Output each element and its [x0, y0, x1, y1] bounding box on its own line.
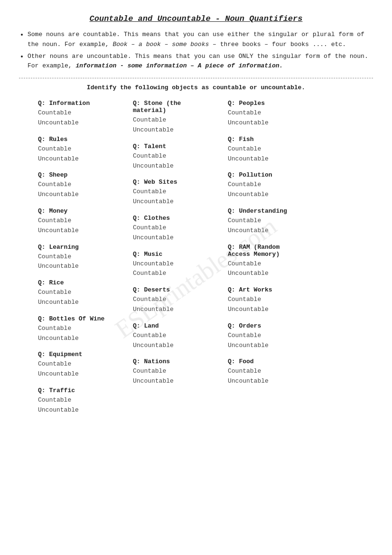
divider: [19, 78, 373, 78]
question-label: Q: Web Sites: [133, 179, 223, 186]
question-label: Q: Learning: [38, 244, 128, 251]
list-item: Q: Music Uncountable Countable: [133, 251, 228, 279]
uncountable-option: Uncountable: [133, 259, 223, 269]
uncountable-option: Uncountable: [228, 226, 318, 236]
question-label: Q: Nations: [133, 358, 223, 365]
list-item: Q: Sheep Countable Uncountable: [38, 171, 133, 200]
uncountable-option: Uncountable: [133, 305, 223, 315]
uncountable-option: Uncountable: [38, 118, 128, 128]
uncountable-option: Uncountable: [228, 269, 318, 279]
question-label: Q: Orders: [228, 322, 318, 329]
list-item: Q: Traffic Countable Uncountable: [38, 387, 133, 415]
list-item: Q: Orders Countable Uncountable: [228, 322, 323, 351]
question-label: Q: Deserts: [133, 286, 223, 293]
list-item: Q: Rules Countable Uncountable: [38, 136, 133, 164]
list-item: Q: Land Countable Uncountable: [133, 322, 228, 351]
question-label: Q: Sheep: [38, 171, 128, 179]
countable-option: Countable: [38, 108, 128, 118]
countable-option: Countable: [38, 216, 128, 226]
countable-option: Countable: [133, 295, 223, 305]
countable-option: Countable: [38, 359, 128, 369]
countable-option: Countable: [133, 367, 223, 376]
countable-option: Countable: [228, 180, 318, 190]
uncountable-option: Uncountable: [38, 226, 128, 236]
countable-option: Countable: [228, 216, 318, 226]
countable-option: Countable: [38, 324, 128, 334]
uncountable-option: Uncountable: [133, 161, 223, 171]
list-item: Q: Pollution Countable Uncountable: [228, 171, 323, 200]
uncountable-option: Uncountable: [133, 341, 223, 351]
countable-option: Countable: [228, 295, 318, 305]
list-item: Q: Talent Countable Uncountable: [133, 143, 228, 171]
list-item: Q: Deserts Countable Uncountable: [133, 286, 228, 315]
uncountable-option: Uncountable: [133, 125, 223, 135]
list-item: Q: Fish Countable Uncountable: [228, 136, 323, 164]
question-label: Q: Traffic: [38, 387, 128, 394]
uncountable-option: Uncountable: [228, 190, 318, 200]
question-label: Q: Stone (thematerial): [133, 100, 223, 114]
column-1: Q: Information Countable Uncountable Q: …: [38, 100, 133, 423]
list-item: Q: Art Works Countable Uncountable: [228, 286, 323, 315]
question-label: Q: Information: [38, 100, 128, 107]
instructions: Identify the following objects as counta…: [19, 84, 373, 91]
uncountable-option: Uncountable: [38, 262, 128, 272]
question-label: Q: RAM (RandomAccess Memory): [228, 244, 318, 258]
countable-option: Countable: [133, 187, 223, 197]
page-title: Countable and Uncountable - Noun Quantif…: [19, 14, 373, 23]
list-item: Q: Nations Countable Uncountable: [133, 358, 228, 386]
countable-option: Countable: [38, 252, 128, 262]
intro-bullet-1: Some nouns are countable. This means tha…: [28, 30, 373, 50]
uncountable-option: Uncountable: [228, 305, 318, 315]
intro-bullet-2: Other nouns are uncountable. This means …: [28, 52, 373, 72]
list-item: Q: Food Countable Uncountable: [228, 358, 323, 386]
column-3: Q: Peoples Countable Uncountable Q: Fish…: [228, 100, 323, 423]
countable-option: Countable: [38, 180, 128, 190]
questions-grid: Q: Information Countable Uncountable Q: …: [38, 100, 373, 423]
list-item: Q: Information Countable Uncountable: [38, 100, 133, 128]
question-label: Q: Rules: [38, 136, 128, 143]
uncountable-option: Uncountable: [228, 154, 318, 164]
list-item: Q: Learning Countable Uncountable: [38, 244, 133, 272]
countable-option: Countable: [133, 115, 223, 125]
uncountable-option: Uncountable: [38, 154, 128, 164]
countable-option: Countable: [38, 144, 128, 154]
countable-option: Countable: [133, 151, 223, 161]
countable-option: Countable: [228, 144, 318, 154]
countable-option: Countable: [228, 367, 318, 376]
question-label: Q: Clothes: [133, 215, 223, 222]
list-item: Q: Equipment Countable Uncountable: [38, 351, 133, 379]
uncountable-option: Uncountable: [38, 405, 128, 415]
countable-option: Countable: [228, 259, 318, 269]
list-item: Q: Peoples Countable Uncountable: [228, 100, 323, 128]
question-label: Q: Understanding: [228, 207, 318, 215]
uncountable-option: Uncountable: [228, 341, 318, 351]
question-label: Q: Fish: [228, 136, 318, 143]
list-item: Q: Stone (thematerial) Countable Uncount…: [133, 100, 228, 135]
countable-option: Countable: [228, 331, 318, 341]
countable-option: Countable: [133, 223, 223, 233]
question-label: Q: Land: [133, 322, 223, 329]
question-label: Q: Equipment: [38, 351, 128, 358]
countable-option: Countable: [133, 269, 223, 279]
question-label: Q: Art Works: [228, 286, 318, 293]
list-item: Q: Rice Countable Uncountable: [38, 279, 133, 308]
uncountable-option: Uncountable: [38, 334, 128, 344]
uncountable-option: Uncountable: [38, 298, 128, 308]
countable-option: Countable: [133, 331, 223, 341]
question-label: Q: Bottles Of Wine: [38, 315, 128, 322]
uncountable-option: Uncountable: [133, 197, 223, 207]
question-label: Q: Rice: [38, 279, 128, 286]
uncountable-option: Uncountable: [133, 233, 223, 243]
question-label: Q: Talent: [133, 143, 223, 150]
countable-option: Countable: [228, 108, 318, 118]
uncountable-option: Uncountable: [228, 376, 318, 386]
countable-option: Countable: [38, 395, 128, 405]
list-item: Q: Understanding Countable Uncountable: [228, 207, 323, 236]
uncountable-option: Uncountable: [38, 190, 128, 200]
column-2: Q: Stone (thematerial) Countable Uncount…: [133, 100, 228, 423]
list-item: Q: Clothes Countable Uncountable: [133, 215, 228, 243]
list-item: Q: Web Sites Countable Uncountable: [133, 179, 228, 207]
list-item: Q: RAM (RandomAccess Memory) Countable U…: [228, 244, 323, 279]
intro-section: Some nouns are countable. This means tha…: [28, 30, 373, 71]
list-item: Q: Money Countable Uncountable: [38, 207, 133, 236]
